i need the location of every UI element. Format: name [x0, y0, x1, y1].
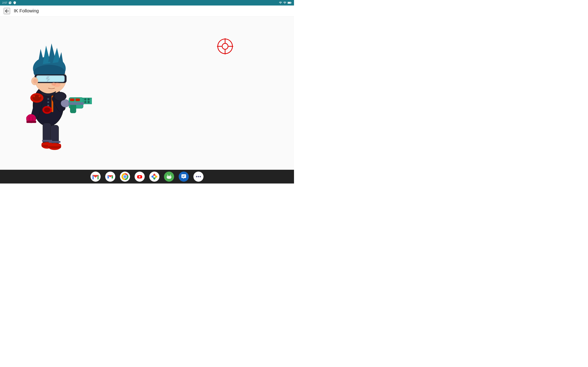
app-chrome[interactable] [120, 172, 130, 182]
app-android[interactable] [164, 172, 174, 182]
svg-point-76 [124, 176, 126, 177]
svg-rect-21 [33, 117, 36, 121]
svg-point-65 [222, 43, 228, 49]
wifi-icon [279, 1, 282, 4]
svg-point-94 [167, 175, 168, 175]
svg-rect-22 [26, 121, 36, 123]
svg-rect-16 [49, 141, 61, 143]
svg-rect-38 [69, 102, 84, 105]
svg-rect-97 [182, 176, 185, 176]
title-bar: IK Following [0, 6, 294, 17]
svg-point-100 [196, 176, 197, 177]
svg-rect-20 [30, 116, 32, 121]
settings-icon [9, 1, 12, 4]
character-container [5, 19, 92, 170]
app-gmail[interactable] [90, 172, 101, 182]
back-button[interactable] [4, 8, 10, 14]
svg-rect-34 [76, 99, 80, 101]
svg-point-102 [199, 176, 201, 177]
svg-rect-98 [182, 177, 184, 177]
svg-point-61 [47, 98, 49, 100]
svg-point-28 [84, 98, 86, 101]
svg-rect-33 [70, 99, 74, 101]
svg-point-63 [47, 105, 49, 106]
svg-point-91 [170, 177, 170, 177]
svg-point-95 [170, 175, 171, 175]
svg-rect-19 [26, 117, 29, 121]
status-right [279, 1, 292, 4]
signal-icon [283, 1, 286, 4]
status-bar: 2:57 [0, 0, 294, 6]
crosshair-svg [216, 37, 234, 56]
app-youtube[interactable] [135, 172, 145, 182]
svg-point-60 [54, 92, 66, 101]
app-photos[interactable] [149, 172, 159, 182]
svg-rect-88 [167, 176, 168, 178]
svg-rect-50 [37, 76, 64, 81]
svg-rect-2 [291, 2, 292, 3]
svg-point-53 [33, 79, 37, 83]
battery-icon [288, 1, 292, 4]
main-content [0, 17, 294, 170]
svg-point-62 [47, 101, 49, 103]
svg-rect-1 [288, 2, 291, 3]
svg-point-101 [198, 176, 199, 177]
time-display: 2:57 [2, 1, 7, 4]
app-messages[interactable] [179, 172, 189, 182]
app-gmail-icon[interactable] [105, 172, 115, 182]
svg-point-6 [44, 108, 50, 112]
svg-point-29 [84, 101, 86, 103]
svg-rect-87 [167, 176, 171, 179]
crosshair-container [216, 37, 234, 56]
svg-point-85 [153, 176, 155, 177]
page-title: IK Following [14, 8, 39, 14]
svg-point-58 [33, 95, 35, 97]
svg-rect-89 [170, 176, 171, 178]
app-more[interactable] [193, 172, 204, 182]
svg-point-55 [53, 83, 61, 87]
svg-point-90 [168, 177, 169, 177]
svg-point-59 [39, 95, 40, 97]
svg-point-30 [87, 98, 90, 101]
taskbar [0, 170, 294, 184]
status-left: 2:57 [2, 1, 16, 4]
svg-point-31 [87, 101, 90, 103]
svg-rect-14 [48, 146, 61, 148]
shield-icon [13, 1, 16, 4]
